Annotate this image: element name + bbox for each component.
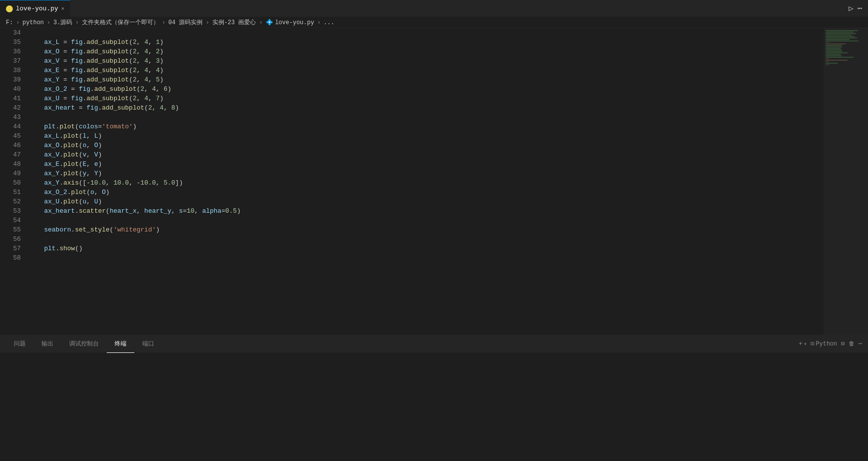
line-number: 55 [4, 225, 21, 234]
line-number: 53 [4, 206, 21, 216]
breadcrumb-examples[interactable]: 04 源码实例 [168, 18, 203, 27]
breadcrumb-file-icon: 💠 [266, 19, 273, 26]
code-line: ax_heart.scatter(heart_x, heart_y, s=10,… [29, 206, 824, 216]
breadcrumb-heart[interactable]: 实例-23 画爱心 [212, 18, 256, 27]
code-line: ax_Y.plot(y, Y) [29, 169, 824, 178]
terminal-content[interactable] [0, 353, 868, 461]
code-line [29, 216, 824, 225]
tab-label: love-you.py [16, 5, 58, 12]
code-line: ax_V = fig.add_subplot(2, 4, 3) [29, 56, 824, 66]
line-number: 35 [4, 38, 21, 47]
line-number: 34 [4, 28, 21, 38]
line-number: 54 [4, 216, 21, 225]
code-line: ax_U = fig.add_subplot(2, 4, 7) [29, 94, 824, 103]
breadcrumb: F: › python › 3.源码 › 文件夹格式（保存一个即可） › 04 … [0, 17, 868, 28]
tab-terminal[interactable]: 终端 [107, 335, 134, 353]
add-terminal-button[interactable]: + ▾ [799, 341, 807, 347]
code-line: ax_O_2 = fig.add_subplot(2, 4, 6) [29, 84, 824, 94]
line-number: 56 [4, 234, 21, 244]
python-file-icon [6, 5, 13, 12]
line-number: 58 [4, 253, 21, 263]
tab-close-button[interactable]: × [61, 6, 65, 12]
breadcrumb-source[interactable]: 3.源码 [53, 18, 72, 27]
line-number: 47 [4, 150, 21, 159]
code-line [29, 253, 824, 263]
terminal-type-label: ⊡ ⊡ Python Python [811, 340, 837, 347]
code-line: ax_O = fig.add_subplot(2, 4, 2) [29, 47, 824, 56]
panel-more-button[interactable]: ⋯ [859, 340, 862, 347]
line-number: 46 [4, 141, 21, 150]
code-line: ax_Y = fig.add_subplot(2, 4, 5) [29, 75, 824, 84]
line-number: 41 [4, 94, 21, 103]
line-number: 36 [4, 47, 21, 56]
minimap [824, 28, 868, 335]
code-line: ax_Y.axis([-10.0, 10.0, -10.0, 5.0]) [29, 178, 824, 188]
line-number: 48 [4, 159, 21, 169]
code-editor[interactable]: 3435363738394041424344454647484950515253… [0, 28, 824, 335]
line-number: 43 [4, 113, 21, 122]
split-terminal-button[interactable]: ⊟ [841, 340, 845, 347]
code-line: ax_U.plot(u, U) [29, 197, 824, 206]
code-line: ax_O_2.plot(o, O) [29, 188, 824, 197]
title-bar-actions: ▷ ⋯ [849, 3, 868, 13]
line-number: 38 [4, 66, 21, 75]
line-number: 42 [4, 103, 21, 113]
code-line: ax_O.plot(o, O) [29, 141, 824, 150]
line-number: 45 [4, 131, 21, 141]
code-line: plt.show() [29, 244, 824, 253]
code-area: 3435363738394041424344454647484950515253… [0, 28, 824, 263]
breadcrumb-folder-format[interactable]: 文件夹格式（保存一个即可） [82, 18, 159, 27]
code-line: ax_L.plot(l, L) [29, 131, 824, 141]
breadcrumb-filename[interactable]: love-you.py [275, 19, 314, 26]
line-number: 37 [4, 56, 21, 66]
delete-terminal-button[interactable]: 🗑 [849, 340, 855, 347]
line-number: 44 [4, 122, 21, 131]
breadcrumb-python[interactable]: python [23, 19, 44, 26]
panel-tabs: 问题 输出 调试控制台 终端 端口 + ▾ ⊡ ⊡ Python Python … [0, 335, 868, 353]
tab-ports[interactable]: 端口 [134, 335, 162, 353]
code-line: ax_L = fig.add_subplot(2, 4, 1) [29, 38, 824, 47]
line-number: 57 [4, 244, 21, 253]
tab-issues[interactable]: 问题 [6, 335, 34, 353]
title-bar: love-you.py × ▷ ⋯ [0, 0, 868, 17]
code-line [29, 28, 824, 38]
run-button[interactable]: ▷ [849, 3, 854, 13]
code-line: ax_heart = fig.add_subplot(2, 4, 8) [29, 103, 824, 113]
code-line [29, 113, 824, 122]
line-number: 39 [4, 75, 21, 84]
code-line: ax_V.plot(v, V) [29, 150, 824, 159]
code-content[interactable]: ax_L = fig.add_subplot(2, 4, 1) ax_O = f… [25, 28, 824, 263]
code-line: ax_E = fig.add_subplot(2, 4, 4) [29, 66, 824, 75]
breadcrumb-f: F: [6, 19, 13, 26]
breadcrumb-ellipsis: ... [324, 19, 334, 26]
editor-tab[interactable]: love-you.py × [0, 0, 71, 17]
panel: 问题 输出 调试控制台 终端 端口 + ▾ ⊡ ⊡ Python Python … [0, 335, 868, 461]
code-line: plt.plot(colos='tomato') [29, 122, 824, 131]
code-line: seaborn.set_style('whitegrid') [29, 225, 824, 234]
line-number: 50 [4, 178, 21, 188]
line-number: 40 [4, 84, 21, 94]
tab-output[interactable]: 输出 [34, 335, 61, 353]
more-button[interactable]: ⋯ [857, 3, 862, 13]
tab-debug-console[interactable]: 调试控制台 [61, 335, 107, 353]
line-number: 51 [4, 188, 21, 197]
panel-tab-actions: + ▾ ⊡ ⊡ Python Python ⊟ 🗑 ⋯ [799, 340, 862, 347]
code-line: ax_E.plot(E, e) [29, 159, 824, 169]
line-number: 49 [4, 169, 21, 178]
line-number: 52 [4, 197, 21, 206]
code-line [29, 234, 824, 244]
line-numbers: 3435363738394041424344454647484950515253… [0, 28, 25, 263]
